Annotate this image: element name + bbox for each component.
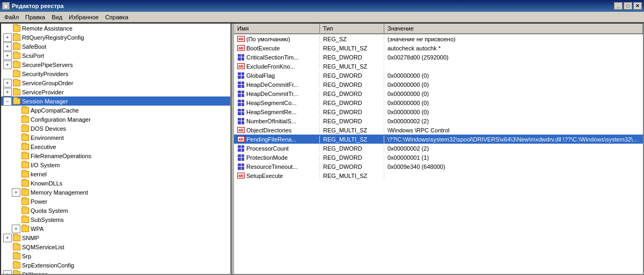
reg-icon-ab: ab [237, 136, 245, 143]
folder-icon [13, 98, 20, 105]
tree-item-scsiport[interactable]: +ScsiPort [1, 51, 230, 60]
tree-expander-securepipe[interactable]: + [3, 61, 12, 69]
value-row-criticalsection[interactable]: CriticalSectionTim...REG_DWORD0x00278d00… [234, 53, 643, 62]
tree-item-memman[interactable]: +Memory Management [1, 188, 230, 197]
tree-item-serviceprovider[interactable]: +ServiceProvider [1, 87, 230, 96]
value-row-protectionmode[interactable]: ProtectionModeREG_DWORD0x00000001 (1) [234, 153, 643, 162]
value-row-default[interactable]: ab(По умолчанию)REG_SZ(значение не присв… [234, 34, 643, 43]
col-header-value[interactable]: Значение [384, 24, 643, 33]
value-name-numberofinitial: NumberOfInitialS... [234, 117, 320, 125]
tree-item-srpext[interactable]: SrpExtensionConfig [1, 261, 230, 270]
value-row-globalflag[interactable]: GlobalFlagREG_DWORD0x00000000 (0) [234, 71, 643, 80]
tree-item-securepipe[interactable]: +SecurePipeServers [1, 60, 230, 69]
reg-icon-grid [237, 154, 245, 161]
minimize-button[interactable]: _ [614, 2, 623, 10]
tree-item-session-manager[interactable]: −Session Manager [1, 96, 230, 106]
tree-expander-rtlquery[interactable]: + [3, 33, 12, 42]
tree-item-safeboot[interactable]: +SafeBoot [1, 42, 230, 51]
value-row-excludefrom[interactable]: abExcludeFronKno...REG_MULTI_SZ [234, 62, 643, 71]
folder-icon [13, 253, 20, 259]
tree-expander-serviceprovider[interactable]: + [3, 88, 12, 96]
name-text: ExcludeFronKno... [246, 63, 295, 70]
reg-icon-grid [237, 163, 245, 170]
reg-icon-grid [237, 109, 245, 115]
tree-label-srp: Srp [22, 253, 31, 259]
value-data-bootexecute: autocheck autochk * [384, 44, 643, 52]
tree-item-power[interactable]: Power [1, 197, 230, 206]
folder-icon [13, 34, 20, 41]
tree-item-appcompat[interactable]: AppCompatCache [1, 106, 230, 115]
folder-icon [13, 25, 20, 32]
tree-label-remote-assistance: Remote Assistance [22, 25, 72, 32]
registry-values[interactable]: Имя Тип Значение ab(По умолчанию)REG_SZ(… [234, 24, 643, 274]
folder-icon [13, 62, 20, 68]
value-name-bootexecute: abBootExecute [234, 44, 320, 52]
value-data-objectdir: \Windows \RPC Control [384, 127, 643, 134]
registry-tree[interactable]: Remote Assistance+RtlQueryRegistryConfig… [1, 24, 232, 274]
tree-item-secproviders[interactable]: SecurityProviders [1, 69, 230, 78]
col-header-type[interactable]: Тип [320, 24, 384, 33]
tree-item-kernel[interactable]: kernel [1, 169, 230, 179]
tree-expander-safeboot[interactable]: + [3, 42, 12, 51]
app-icon: 📋 [2, 2, 10, 10]
tree-label-session-manager: Session Manager [22, 98, 68, 105]
tree-expander-servicegrouporder[interactable]: + [3, 79, 12, 87]
tree-item-wpa[interactable]: +WPA [1, 224, 230, 233]
name-text: ResourceTimeout... [246, 163, 298, 170]
value-row-resourcetimeout[interactable]: ResourceTimeout...REG_DWORD0x0009e340 (6… [234, 162, 643, 171]
value-row-heapdecommittr[interactable]: HeapDeCommitTr...REG_DWORD0x00000000 (0) [234, 89, 643, 98]
reg-icon-ab: ab [237, 45, 245, 51]
menu-edit[interactable]: Правка [22, 13, 48, 21]
tree-item-servicegrouporder[interactable]: +ServiceGroupOrder [1, 78, 230, 87]
tree-item-quotasys[interactable]: Quota System [1, 206, 230, 215]
folder-icon [21, 135, 29, 141]
tree-item-sqmservice[interactable]: SQMServiceList [1, 242, 230, 251]
maximize-button[interactable]: □ [624, 2, 632, 10]
value-row-heapdecommitfr[interactable]: HeapDeCommitFr...REG_DWORD0x00000000 (0) [234, 80, 643, 89]
menu-file[interactable]: Файл [1, 13, 22, 21]
value-row-bootexecute[interactable]: abBootExecuteREG_MULTI_SZautocheck autoc… [234, 43, 643, 53]
tree-item-subsystems[interactable]: SubSystems [1, 215, 230, 224]
value-row-processorcount[interactable]: ProcessorCountREG_DWORD0x00000002 (2) [234, 144, 643, 153]
tree-item-stillimage[interactable]: +StillImage [1, 270, 230, 274]
folder-icon [13, 271, 20, 274]
value-row-numberofinitial[interactable]: NumberOfInitialS...REG_DWORD0x00000002 (… [234, 116, 643, 125]
tree-label-configman: Configuration Manager [31, 116, 91, 123]
value-data-heapdecommittr: 0x00000000 (0) [384, 90, 643, 98]
value-row-setupexecute[interactable]: abSetupExecuteREG_MULTI_SZ [234, 171, 643, 180]
value-row-objectdir[interactable]: abObjectDirectoriesREG_MULTI_SZ\Windows … [234, 125, 643, 135]
tree-expander-scsiport[interactable]: + [3, 51, 12, 60]
tree-expander-wpa[interactable]: + [12, 225, 20, 233]
tree-label-environment: Environment [31, 135, 64, 141]
tree-item-iosystem[interactable]: I/O System [1, 160, 230, 169]
tree-expander-memman[interactable]: + [12, 188, 20, 197]
reg-icon-ab: ab [237, 127, 245, 133]
value-type-processorcount: REG_DWORD [320, 145, 384, 152]
menu-view[interactable]: Вид [48, 13, 65, 21]
menu-favorites[interactable]: Избранное [65, 13, 102, 21]
value-row-heapsegmentre[interactable]: HeapSegmentRe...REG_DWORD0x00000000 (0) [234, 107, 643, 116]
tree-expander-session-manager[interactable]: − [3, 97, 12, 106]
tree-item-environment[interactable]: Environment [1, 133, 230, 142]
tree-expander-snmp[interactable]: + [3, 234, 12, 242]
tree-expander-stillimage[interactable]: + [3, 270, 12, 274]
value-name-protectionmode: ProtectionMode [234, 154, 320, 161]
tree-label-stillimage: StillImage [22, 271, 48, 274]
value-row-pendingfile[interactable]: abPendingFileRena...REG_MULTI_SZ\??\C:\W… [234, 135, 643, 144]
tree-item-configman[interactable]: Configuration Manager [1, 115, 230, 124]
col-header-name[interactable]: Имя [234, 24, 320, 33]
tree-item-knowndlls[interactable]: KnownDLLs [1, 179, 230, 188]
menu-help[interactable]: Справка [102, 13, 131, 21]
tree-item-remote-assistance[interactable]: Remote Assistance [1, 24, 230, 33]
tree-label-memman: Memory Management [31, 189, 88, 196]
close-button[interactable]: ✕ [633, 2, 642, 10]
tree-item-srp[interactable]: Srp [1, 251, 230, 261]
tree-item-executive[interactable]: Executive [1, 142, 230, 151]
value-row-heapsegmentco[interactable]: HeapSegmentCo...REG_DWORD0x00000000 (0) [234, 98, 643, 107]
tree-item-rtlquery[interactable]: +RtlQueryRegistryConfig [1, 33, 230, 42]
tree-item-snmp[interactable]: +SNMP [1, 233, 230, 242]
tree-item-dosdevices[interactable]: DOS Devices [1, 124, 230, 133]
tree-label-safeboot: SafeBoot [22, 43, 46, 50]
tree-item-filerename[interactable]: FileRenameOperations [1, 151, 230, 160]
folder-icon [13, 89, 20, 95]
